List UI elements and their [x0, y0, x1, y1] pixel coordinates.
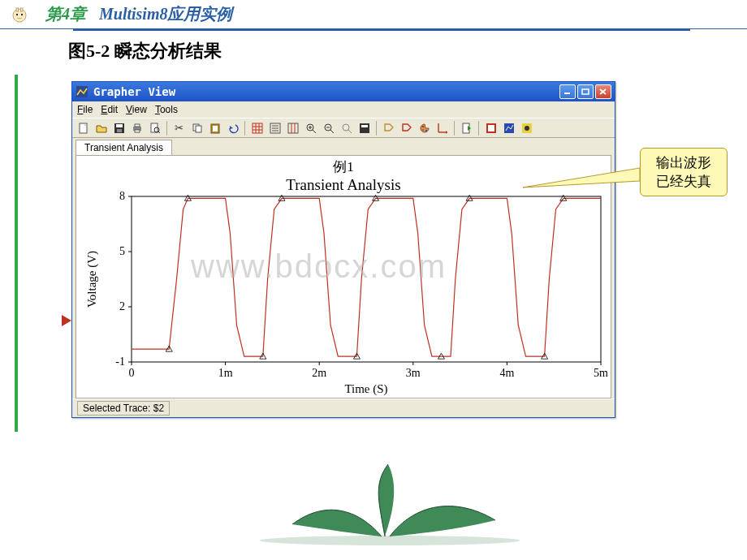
tag2-icon[interactable] — [399, 120, 414, 136]
tab-bar: Transient Analysis — [72, 138, 615, 155]
svg-rect-4 — [21, 8, 24, 11]
zoom-fit-icon[interactable] — [339, 120, 354, 136]
grapher-view-window: Grapher View File Edit View Tools ✂ — [71, 81, 615, 418]
app-icon — [76, 85, 89, 98]
menu-bar: File Edit View Tools — [72, 101, 615, 118]
status-bar: Selected Trace: $2 — [72, 398, 615, 417]
print-icon[interactable] — [129, 120, 145, 136]
svg-point-81 — [260, 536, 520, 545]
chapter-title: 第4章Multisim8应用实例 — [45, 3, 232, 25]
svg-text:0: 0 — [129, 367, 135, 379]
svg-rect-13 — [117, 129, 122, 132]
tab-transient[interactable]: Transient Analysis — [76, 140, 172, 155]
svg-point-47 — [422, 126, 424, 127]
copy-icon[interactable] — [189, 120, 205, 136]
svg-rect-24 — [253, 123, 262, 133]
svg-point-2 — [21, 13, 23, 15]
zoom-out-icon[interactable] — [321, 120, 336, 136]
svg-rect-54 — [488, 125, 494, 131]
chapter-subject: Multisim8应用实例 — [99, 5, 232, 23]
mascot-icon — [8, 6, 31, 23]
minimize-button[interactable] — [559, 84, 576, 99]
svg-text:1m: 1m — [218, 367, 233, 379]
svg-line-44 — [348, 130, 352, 133]
svg-rect-7 — [582, 89, 589, 94]
svg-rect-45 — [360, 123, 369, 133]
menu-view[interactable]: View — [126, 104, 147, 115]
close-button[interactable] — [595, 84, 611, 99]
svg-rect-46 — [361, 125, 368, 127]
legend-icon[interactable] — [267, 120, 283, 136]
svg-point-1 — [16, 13, 18, 15]
svg-text:Time (S): Time (S) — [344, 382, 387, 396]
svg-text:4m: 4m — [499, 367, 514, 379]
svg-text:-1: -1 — [115, 355, 125, 368]
svg-line-41 — [330, 130, 334, 133]
window-title: Grapher View — [93, 85, 559, 98]
svg-rect-15 — [135, 124, 140, 127]
svg-text:5: 5 — [119, 245, 125, 257]
chapter-number: 第4章 — [45, 5, 86, 23]
svg-point-43 — [343, 124, 349, 131]
svg-line-37 — [313, 130, 316, 133]
menu-tools[interactable]: Tools — [155, 104, 178, 115]
export-icon[interactable] — [459, 120, 474, 136]
svg-rect-58 — [132, 196, 601, 362]
svg-text:2m: 2m — [312, 367, 326, 379]
svg-point-57 — [525, 126, 529, 131]
toolbar: ✂ — [72, 118, 615, 138]
tag1-icon[interactable] — [381, 120, 396, 136]
axes-icon[interactable] — [434, 120, 450, 136]
figure-caption: 图5-2 瞬态分析结果 — [68, 39, 747, 63]
svg-line-19 — [158, 131, 160, 133]
svg-text:5m: 5m — [594, 367, 608, 379]
zoom-in-icon[interactable] — [303, 120, 318, 136]
open-icon[interactable] — [93, 120, 109, 136]
svg-text:3m: 3m — [406, 367, 421, 379]
tool-a-icon[interactable] — [483, 120, 499, 136]
maximize-button[interactable] — [577, 84, 594, 99]
callout-line2: 已经失真 — [644, 172, 723, 191]
leaf-decoration-icon — [235, 459, 544, 549]
svg-rect-12 — [116, 124, 123, 127]
preview-icon[interactable] — [147, 120, 162, 136]
svg-text:Voltage (V): Voltage (V) — [85, 251, 99, 308]
side-accent-bar — [15, 75, 18, 432]
svg-text:8: 8 — [119, 192, 125, 202]
svg-point-49 — [425, 130, 427, 131]
callout-line1: 输出波形 — [644, 153, 723, 172]
slide-header: 第4章Multisim8应用实例 — [0, 0, 747, 29]
tool-c-icon[interactable] — [519, 120, 534, 136]
titlebar[interactable]: Grapher View — [72, 82, 615, 101]
cut-icon[interactable]: ✂ — [171, 120, 187, 136]
svg-rect-33 — [288, 123, 298, 133]
svg-rect-3 — [16, 8, 19, 11]
callout-tail — [520, 153, 641, 194]
undo-icon[interactable] — [225, 120, 240, 136]
svg-rect-55 — [504, 123, 514, 133]
menu-file[interactable]: File — [77, 104, 93, 115]
header-underline — [73, 29, 690, 31]
save-chart-icon[interactable] — [356, 120, 372, 136]
svg-point-0 — [13, 9, 26, 22]
save-icon[interactable] — [111, 120, 127, 136]
trace-marker-icon — [62, 315, 73, 326]
paste-icon[interactable] — [207, 120, 222, 136]
svg-rect-16 — [135, 130, 140, 132]
svg-text:2: 2 — [119, 300, 125, 312]
cursor-vert-icon[interactable] — [285, 120, 300, 136]
callout-box: 输出波形 已经失真 — [640, 148, 728, 196]
new-icon[interactable] — [76, 120, 91, 136]
menu-edit[interactable]: Edit — [101, 104, 118, 115]
tool-b-icon[interactable] — [501, 120, 516, 136]
chart-svg: -125801m2m3m4m5mTime (S)Voltage (V) — [84, 192, 611, 396]
color-icon[interactable] — [417, 120, 432, 136]
svg-rect-23 — [213, 126, 218, 131]
status-text: Selected Trace: $2 — [77, 401, 170, 416]
grid-red-icon[interactable] — [249, 120, 265, 136]
svg-point-48 — [422, 129, 424, 131]
svg-rect-21 — [196, 126, 201, 132]
